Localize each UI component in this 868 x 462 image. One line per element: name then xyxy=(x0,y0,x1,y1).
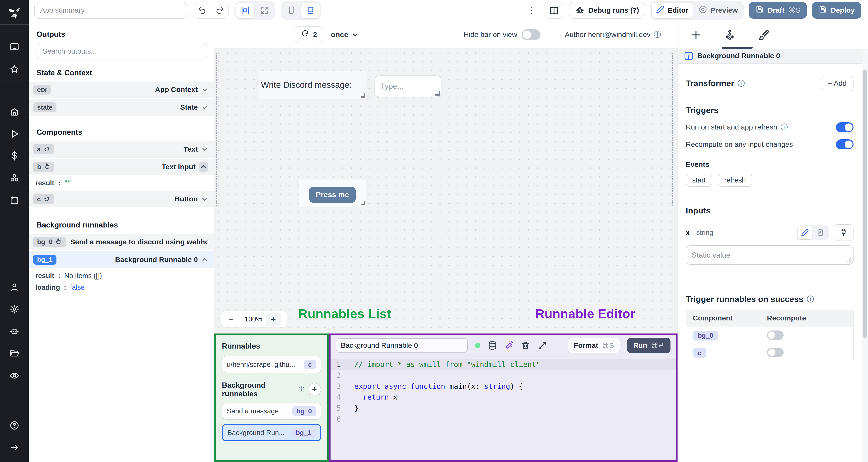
schedules-icon[interactable] xyxy=(0,189,29,211)
code-line[interactable]: 1// import * as wmill from "windmill-cli… xyxy=(331,359,676,370)
expand-editor-icon[interactable] xyxy=(537,341,547,350)
tab-style-brush-icon[interactable] xyxy=(758,29,769,41)
chevron-down-icon[interactable] xyxy=(201,196,208,203)
c-table-badge[interactable]: c xyxy=(693,348,707,358)
chevron-down-icon[interactable] xyxy=(201,104,208,111)
chevron-up-icon[interactable] xyxy=(199,162,208,172)
static-mode-pencil-icon[interactable] xyxy=(798,226,812,239)
zoom-in-button[interactable]: + xyxy=(266,312,281,326)
press-me-button[interactable]: Press me xyxy=(309,187,355,203)
windmill-logo-icon[interactable] xyxy=(7,4,22,21)
recompute-toggle[interactable] xyxy=(836,139,854,150)
format-button[interactable]: Format ⌘S xyxy=(568,338,620,353)
favorites-star-icon[interactable] xyxy=(0,58,29,80)
add-background-runnable-button[interactable]: + xyxy=(308,383,321,396)
tab-insert-plus-icon[interactable] xyxy=(690,29,702,41)
help-icon[interactable] xyxy=(0,415,29,436)
add-transformer-button[interactable]: + Add xyxy=(821,76,854,91)
resize-handle[interactable] xyxy=(435,91,440,96)
desktop-view-button[interactable] xyxy=(301,3,320,18)
resize-handle[interactable] xyxy=(361,201,365,205)
search-outputs-input[interactable] xyxy=(37,43,207,60)
text-input-component[interactable]: Type... xyxy=(374,75,441,97)
redo-button[interactable] xyxy=(211,2,228,18)
code-line[interactable]: 4 return x xyxy=(331,392,676,403)
output-row-b[interactable]: b Text Input xyxy=(29,159,214,175)
textarea-resize-grip[interactable] xyxy=(846,258,851,263)
resources-icon[interactable] xyxy=(0,167,29,189)
runs-icon[interactable] xyxy=(0,123,29,145)
home-icon[interactable] xyxy=(0,101,29,123)
chevron-down-icon[interactable] xyxy=(201,145,208,153)
chevron-down-icon[interactable] xyxy=(201,86,208,93)
event-pill-start[interactable]: start xyxy=(686,174,712,187)
info-icon[interactable]: ⓘ xyxy=(737,80,745,87)
output-row-state[interactable]: state State xyxy=(29,99,214,116)
runnable-item-name: u/henri/scrape_githu... xyxy=(227,361,296,368)
settings-gear-icon[interactable] xyxy=(0,298,29,320)
resize-handle[interactable] xyxy=(361,93,365,98)
tab-preview[interactable]: Preview xyxy=(694,3,742,18)
docs-book-button[interactable] xyxy=(544,2,564,19)
run-on-start-toggle[interactable] xyxy=(836,122,854,132)
more-menu-icon[interactable]: ⋮ xyxy=(524,5,539,15)
output-row-a[interactable]: a Text xyxy=(29,141,214,158)
runnables-title: Runnables xyxy=(222,342,321,350)
b-type: Text Input xyxy=(162,163,195,171)
expand-canvas-button[interactable] xyxy=(255,3,274,18)
runnable-item-bg1-selected[interactable]: Background Run... bg_1 xyxy=(222,424,321,441)
mobile-view-button[interactable] xyxy=(282,3,300,18)
code-line[interactable]: 2 xyxy=(331,370,676,381)
interval-select[interactable]: once xyxy=(331,30,359,39)
expand-sidebar-arrow-icon[interactable] xyxy=(0,436,29,459)
runnable-item-bg0[interactable]: Send a message... bg_0 xyxy=(222,403,321,420)
output-row-bg0[interactable]: bg_0 Send a message to discord using web… xyxy=(29,234,214,251)
output-row-c[interactable]: c Button xyxy=(29,191,214,207)
c-recompute-toggle[interactable] xyxy=(767,348,784,357)
debug-runs-button[interactable]: Debug runs (7) xyxy=(569,2,645,19)
app-canvas[interactable]: Write Discord message: Type... Press me xyxy=(214,48,678,333)
info-icon[interactable]: ⓘ xyxy=(807,296,814,303)
runnable-item-script[interactable]: u/henri/scrape_githu... c xyxy=(222,356,321,373)
button-component-box[interactable]: Press me xyxy=(299,179,366,207)
user-icon[interactable] xyxy=(0,276,29,298)
zoom-out-button[interactable]: − xyxy=(221,315,241,324)
workers-robot-icon[interactable] xyxy=(0,320,29,342)
text-component[interactable]: Write Discord message: xyxy=(259,71,366,99)
delete-trash-icon[interactable] xyxy=(521,341,530,350)
draft-button[interactable]: Draft ⌘S xyxy=(749,2,807,19)
undo-button[interactable] xyxy=(193,2,211,18)
variables-icon[interactable] xyxy=(0,145,29,167)
scrollbar[interactable] xyxy=(862,48,868,462)
event-pill-refresh[interactable]: refresh xyxy=(718,174,752,187)
ai-wand-icon[interactable] xyxy=(504,341,514,350)
info-icon[interactable]: ⓘ xyxy=(654,31,661,38)
code-line[interactable]: 3export async function main(x: string) { xyxy=(331,381,676,392)
bg0-recompute-toggle[interactable] xyxy=(767,330,784,340)
database-icon[interactable] xyxy=(488,341,497,350)
bg0-table-badge[interactable]: bg_0 xyxy=(693,331,718,340)
code-line[interactable]: 6 xyxy=(331,414,676,425)
folders-icon[interactable] xyxy=(0,342,29,364)
code-line[interactable]: 5} xyxy=(331,403,676,414)
refresh-count-button[interactable]: 2 xyxy=(295,26,323,43)
center-canvas-button[interactable] xyxy=(236,3,254,18)
tab-settings-diamonds-icon[interactable] xyxy=(724,29,736,41)
output-row-ctx[interactable]: ctx App Context xyxy=(29,81,214,98)
static-value-textarea[interactable]: Static value xyxy=(686,245,854,265)
hide-bar-toggle[interactable] xyxy=(522,29,540,40)
app-summary-input[interactable] xyxy=(34,2,187,19)
apps-icon[interactable] xyxy=(0,36,29,58)
scrollbar-thumb[interactable] xyxy=(863,70,867,338)
audit-eye-icon[interactable] xyxy=(0,365,29,387)
output-row-bg1-selected[interactable]: bg_1 Background Runnable 0 xyxy=(29,252,214,268)
info-icon[interactable]: ⓘ xyxy=(781,124,788,131)
connect-plug-icon[interactable] xyxy=(834,224,854,241)
runnable-name-input[interactable] xyxy=(336,338,468,353)
run-button[interactable]: Run ⌘↵ xyxy=(627,338,670,353)
tab-editor[interactable]: Editor xyxy=(652,3,693,18)
deploy-button[interactable]: Deploy xyxy=(812,2,861,19)
eval-mode-function-icon[interactable] xyxy=(813,226,828,239)
code-editor[interactable]: 1// import * as wmill from "windmill-cli… xyxy=(331,356,676,460)
chevron-up-icon[interactable] xyxy=(201,256,208,263)
